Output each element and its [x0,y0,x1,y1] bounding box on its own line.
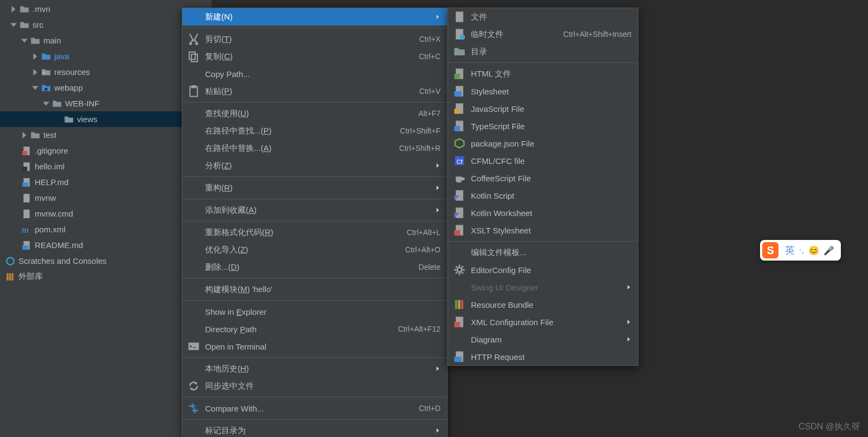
gear-icon [454,264,465,276]
menu-item-packagejson[interactable]: package.json File [448,135,638,152]
tree-item-java[interactable]: java [0,48,212,64]
menu-item-cut[interactable]: 剪切(T) Ctrl+X [182,30,447,48]
tree-label: views [77,115,98,124]
menu-item-kts[interactable]: Kotlin Script [448,187,638,204]
tree-item-mvnwcmd[interactable]: mvnw.cmd [0,206,212,221]
menu-label: 临时文件 [471,29,563,40]
tree-item-extlib[interactable]: 外部库 [0,269,212,284]
menu-item-http[interactable]: HTTP Request [448,348,638,365]
resource-bundle-icon [454,299,465,311]
menu-item-ts[interactable]: TypeScript File [448,117,638,135]
menu-item-directory[interactable]: 目录 [448,43,638,60]
menu-item-file[interactable]: 文件 [448,8,638,26]
menu-item-dirpath[interactable]: Directory Path Ctrl+Alt+F12 [182,320,447,338]
menu-item-js[interactable]: JavaScript File [448,100,638,117]
tree-item-pomxml[interactable]: m pom.xml [0,221,212,237]
folder-icon [64,115,74,124]
menu-separator [182,300,447,301]
menu-item-stylesheet[interactable]: Stylesheet [448,83,638,100]
menu-item-diagram[interactable]: Diagram [448,331,638,348]
menu-item-analyze[interactable]: 分析(Z) [182,157,447,174]
shortcut: Ctrl+V [419,87,441,96]
shortcut: Delete [419,263,441,271]
tree-item-webapp[interactable]: webapp [0,80,212,96]
menu-item-refactor[interactable]: 重构(R) [182,179,447,197]
menu-item-edittemplates[interactable]: 编辑文件模板... [448,244,638,261]
chevron-right-icon [31,68,39,76]
menu-item-xslt[interactable]: XSLT Stylesheet [448,221,638,239]
menu-label: Diagram [471,335,622,344]
menu-item-delete[interactable]: 删除...(D) Delete [182,258,447,276]
menu-item-ktws[interactable]: Kotlin Worksheet [448,204,638,221]
submenu-arrow-icon [435,186,441,190]
menu-item-showexplorer[interactable]: Show in Explorer [182,303,447,320]
web-folder-icon [41,83,51,93]
menu-item-scratch[interactable]: 临时文件 Ctrl+Alt+Shift+Insert [448,26,638,43]
menu-label: HTTP Request [471,352,631,362]
menu-item-addfav[interactable]: 添加到收藏(A) [182,201,447,219]
tree-item-scratches[interactable]: Scratches and Consoles [0,253,212,269]
ime-toolbar[interactable]: S 英 ·, 😊 🎤 [760,240,841,261]
shortcut: Ctrl+X [419,35,441,43]
xml-file-icon [454,316,465,328]
menu-item-sync[interactable]: 同步选中文件 [182,377,447,395]
tree-item-webinf[interactable]: WEB-INF [0,96,212,111]
menu-item-coffee[interactable]: CoffeeScript File [448,169,638,187]
tree-item-test[interactable]: test [0,127,212,143]
menu-item-editorconfig[interactable]: EditorConfig File [448,261,638,278]
svg-rect-18 [192,54,197,62]
menu-item-replaceinpath[interactable]: 在路径中替换...(A) Ctrl+Shift+R [182,140,447,157]
library-icon [5,272,15,282]
tree-item-views[interactable]: views [0,111,212,127]
menu-label: Stylesheet [471,87,631,96]
tree-item-mvn[interactable]: .mvn [0,1,212,17]
ime-emoji[interactable]: 😊 [808,245,819,256]
menu-item-reformat[interactable]: 重新格式化代码(R) Ctrl+Alt+L [182,224,447,241]
ime-lang[interactable]: 英 [785,244,795,257]
tree-item-mvnw[interactable]: mvnw [0,190,212,206]
menu-item-build[interactable]: 构建模块(M) 'hello' [182,281,447,298]
menu-label: 同步选中文件 [205,381,441,391]
tree-item-readme[interactable]: README.md [0,237,212,253]
iml-file-icon [22,162,31,172]
tree-item-src[interactable]: src [0,17,212,33]
menu-item-xmlcfg[interactable]: XML Configuration File [448,313,638,331]
menu-item-resbundle[interactable]: Resource Bundle [448,296,638,313]
menu-item-copy[interactable]: 复制(C) Ctrl+C [182,48,447,65]
ime-punct[interactable]: ·, [799,245,804,255]
menu-item-markdir[interactable]: 标记目录为 [182,422,447,437]
context-menu: 新建(N) 剪切(T) Ctrl+X 复制(C) Ctrl+C Copy Pat… [182,8,448,437]
menu-item-terminal[interactable]: Open in Terminal [182,338,447,355]
tree-label: .gitignore [35,146,68,155]
ime-mic-icon[interactable]: 🎤 [824,245,834,256]
project-tree[interactable]: .mvn src main java resources webapp WEB-… [0,0,212,437]
menu-item-copypath[interactable]: Copy Path... [182,65,447,83]
menu-item-localhist[interactable]: 本地历史(H) [182,360,447,377]
tree-item-helloiml[interactable]: hello.iml [0,159,212,174]
menu-label: HTML 文件 [471,69,631,79]
tree-item-resources[interactable]: resources [0,64,212,80]
menu-label: 目录 [471,47,631,57]
menu-item-html[interactable]: HTML 文件 [448,65,638,83]
menu-separator [182,28,447,28]
menu-item-new[interactable]: 新建(N) [182,8,447,26]
menu-item-findinpath[interactable]: 在路径中查找...(P) Ctrl+Shift+F [182,122,447,140]
menu-label: 添加到收藏(A) [205,205,431,216]
tree-label: mvnw [35,193,56,202]
svg-rect-0 [42,71,45,74]
tree-item-main[interactable]: main [0,33,212,48]
css-file-icon [454,85,465,97]
menu-item-compare[interactable]: Compare With... Ctrl+D [182,400,447,417]
tree-label: resources [54,67,90,77]
tree-item-gitignore[interactable]: .gitignore [0,143,212,159]
tree-label: HELP.md [35,178,68,187]
menu-item-paste[interactable]: 粘贴(P) Ctrl+V [182,83,447,100]
menu-item-findusages[interactable]: 查找使用(U) Alt+F7 [182,105,447,122]
tree-item-helpmd[interactable]: HELP.md [0,174,212,190]
svg-rect-26 [454,74,460,79]
file-icon [454,11,465,23]
menu-item-optimize[interactable]: 优化导入(Z) Ctrl+Alt+O [182,241,447,258]
menu-item-cfml[interactable]: Cf CFML/CFC file [448,152,638,169]
chevron-down-icon [31,84,39,92]
sogou-logo-icon: S [762,242,778,258]
